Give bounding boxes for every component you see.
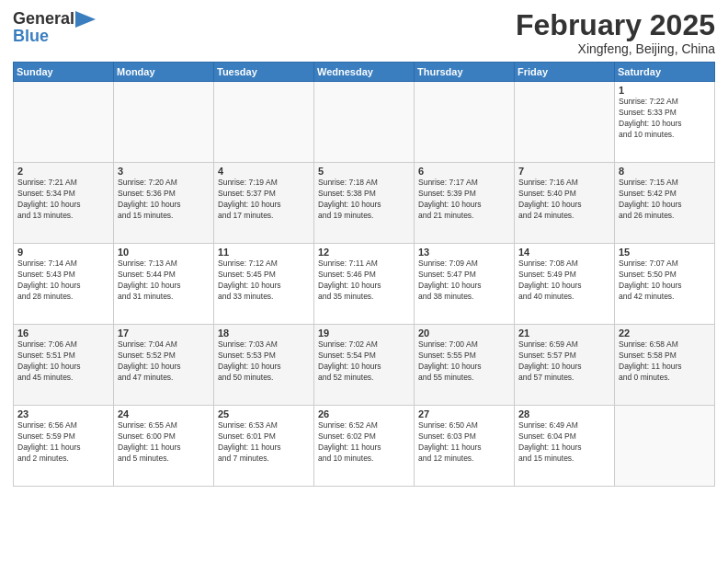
calendar-cell: 24Sunrise: 6:55 AM Sunset: 6:00 PM Dayli… <box>114 406 214 487</box>
day-info: Sunrise: 7:14 AM Sunset: 5:43 PM Dayligh… <box>17 259 109 303</box>
calendar-cell: 23Sunrise: 6:56 AM Sunset: 5:59 PM Dayli… <box>14 406 114 487</box>
calendar-cell: 11Sunrise: 7:12 AM Sunset: 5:45 PM Dayli… <box>214 244 314 325</box>
day-info: Sunrise: 7:19 AM Sunset: 5:37 PM Dayligh… <box>218 178 310 222</box>
calendar-cell: 28Sunrise: 6:49 AM Sunset: 6:04 PM Dayli… <box>515 406 615 487</box>
day-number: 27 <box>418 408 510 419</box>
header-sunday: Sunday <box>14 63 114 82</box>
day-info: Sunrise: 7:21 AM Sunset: 5:34 PM Dayligh… <box>17 178 109 222</box>
day-number: 12 <box>318 247 410 258</box>
calendar-cell: 13Sunrise: 7:09 AM Sunset: 5:47 PM Dayli… <box>415 244 515 325</box>
day-info: Sunrise: 7:06 AM Sunset: 5:51 PM Dayligh… <box>17 339 109 384</box>
weekday-header-row: Sunday Monday Tuesday Wednesday Thursday… <box>14 63 715 82</box>
day-number: 23 <box>17 408 109 419</box>
calendar-cell: 14Sunrise: 7:08 AM Sunset: 5:49 PM Dayli… <box>515 244 615 325</box>
week-row-3: 9Sunrise: 7:14 AM Sunset: 5:43 PM Daylig… <box>14 244 715 325</box>
calendar-cell <box>415 82 515 163</box>
calendar-cell <box>515 82 615 163</box>
day-number: 16 <box>17 327 109 339</box>
month-title: February 2025 <box>516 9 715 41</box>
day-info: Sunrise: 7:03 AM Sunset: 5:53 PM Dayligh… <box>218 339 310 384</box>
day-number: 13 <box>418 247 510 258</box>
day-info: Sunrise: 6:49 AM Sunset: 6:04 PM Dayligh… <box>518 420 610 465</box>
header-friday: Friday <box>515 63 615 82</box>
header-saturday: Saturday <box>615 63 715 82</box>
day-info: Sunrise: 7:18 AM Sunset: 5:38 PM Dayligh… <box>318 178 410 222</box>
day-number: 5 <box>318 166 410 177</box>
header-wednesday: Wednesday <box>314 63 415 82</box>
day-info: Sunrise: 7:22 AM Sunset: 5:33 PM Dayligh… <box>619 97 711 141</box>
day-number: 11 <box>218 247 310 258</box>
day-number: 8 <box>619 166 711 177</box>
day-number: 17 <box>118 327 210 339</box>
day-number: 2 <box>17 166 109 177</box>
header-monday: Monday <box>114 63 214 82</box>
day-info: Sunrise: 6:56 AM Sunset: 5:59 PM Dayligh… <box>17 420 109 465</box>
calendar-cell: 8Sunrise: 7:15 AM Sunset: 5:42 PM Daylig… <box>615 163 715 244</box>
day-number: 14 <box>518 247 610 258</box>
week-row-4: 16Sunrise: 7:06 AM Sunset: 5:51 PM Dayli… <box>14 325 715 406</box>
day-info: Sunrise: 7:16 AM Sunset: 5:40 PM Dayligh… <box>518 178 610 222</box>
day-info: Sunrise: 7:04 AM Sunset: 5:52 PM Dayligh… <box>118 339 210 384</box>
calendar-cell: 10Sunrise: 7:13 AM Sunset: 5:44 PM Dayli… <box>114 244 214 325</box>
calendar-cell: 2Sunrise: 7:21 AM Sunset: 5:34 PM Daylig… <box>14 163 114 244</box>
day-number: 4 <box>218 166 310 177</box>
day-number: 25 <box>218 408 310 419</box>
header-thursday: Thursday <box>415 63 515 82</box>
day-info: Sunrise: 7:02 AM Sunset: 5:54 PM Dayligh… <box>318 339 410 384</box>
day-number: 1 <box>619 85 711 96</box>
calendar-cell: 25Sunrise: 6:53 AM Sunset: 6:01 PM Dayli… <box>214 406 314 487</box>
calendar-cell: 7Sunrise: 7:16 AM Sunset: 5:40 PM Daylig… <box>515 163 615 244</box>
logo: General Blue <box>13 9 96 46</box>
day-number: 24 <box>118 408 210 419</box>
calendar-cell <box>615 406 715 487</box>
day-number: 18 <box>218 327 310 339</box>
day-info: Sunrise: 7:15 AM Sunset: 5:42 PM Dayligh… <box>619 178 711 222</box>
logo-arrow-icon <box>75 11 96 28</box>
calendar-cell: 21Sunrise: 6:59 AM Sunset: 5:57 PM Dayli… <box>515 325 615 406</box>
day-number: 20 <box>418 327 510 339</box>
header: General Blue February 2025 Xingfeng, Bei… <box>13 9 715 56</box>
calendar-cell: 9Sunrise: 7:14 AM Sunset: 5:43 PM Daylig… <box>14 244 114 325</box>
calendar-cell: 12Sunrise: 7:11 AM Sunset: 5:46 PM Dayli… <box>314 244 415 325</box>
day-info: Sunrise: 7:11 AM Sunset: 5:46 PM Dayligh… <box>318 259 410 303</box>
day-info: Sunrise: 6:50 AM Sunset: 6:03 PM Dayligh… <box>418 420 510 465</box>
day-info: Sunrise: 7:08 AM Sunset: 5:49 PM Dayligh… <box>518 259 610 303</box>
day-info: Sunrise: 7:12 AM Sunset: 5:45 PM Dayligh… <box>218 259 310 303</box>
day-number: 22 <box>619 327 711 339</box>
day-number: 21 <box>518 327 610 339</box>
calendar-cell <box>314 82 415 163</box>
title-block: February 2025 Xingfeng, Beijing, China <box>516 9 715 56</box>
day-info: Sunrise: 7:17 AM Sunset: 5:39 PM Dayligh… <box>418 178 510 222</box>
logo-blue: Blue <box>13 27 49 46</box>
calendar-cell: 17Sunrise: 7:04 AM Sunset: 5:52 PM Dayli… <box>114 325 214 406</box>
day-info: Sunrise: 7:07 AM Sunset: 5:50 PM Dayligh… <box>619 259 711 303</box>
calendar-table: Sunday Monday Tuesday Wednesday Thursday… <box>13 62 715 487</box>
day-number: 3 <box>118 166 210 177</box>
day-number: 15 <box>619 247 711 258</box>
day-info: Sunrise: 6:52 AM Sunset: 6:02 PM Dayligh… <box>318 420 410 465</box>
day-info: Sunrise: 7:20 AM Sunset: 5:36 PM Dayligh… <box>118 178 210 222</box>
calendar-cell: 6Sunrise: 7:17 AM Sunset: 5:39 PM Daylig… <box>415 163 515 244</box>
day-number: 10 <box>118 247 210 258</box>
day-info: Sunrise: 6:55 AM Sunset: 6:00 PM Dayligh… <box>118 420 210 465</box>
day-info: Sunrise: 7:13 AM Sunset: 5:44 PM Dayligh… <box>118 259 210 303</box>
logo-general: General <box>13 9 74 29</box>
week-row-1: 1Sunrise: 7:22 AM Sunset: 5:33 PM Daylig… <box>14 82 715 163</box>
day-info: Sunrise: 6:59 AM Sunset: 5:57 PM Dayligh… <box>518 339 610 384</box>
location: Xingfeng, Beijing, China <box>516 41 715 56</box>
week-row-2: 2Sunrise: 7:21 AM Sunset: 5:34 PM Daylig… <box>14 163 715 244</box>
calendar-cell: 22Sunrise: 6:58 AM Sunset: 5:58 PM Dayli… <box>615 325 715 406</box>
calendar-cell: 27Sunrise: 6:50 AM Sunset: 6:03 PM Dayli… <box>415 406 515 487</box>
week-row-5: 23Sunrise: 6:56 AM Sunset: 5:59 PM Dayli… <box>14 406 715 487</box>
calendar-cell <box>214 82 314 163</box>
calendar-cell: 19Sunrise: 7:02 AM Sunset: 5:54 PM Dayli… <box>314 325 415 406</box>
day-info: Sunrise: 6:58 AM Sunset: 5:58 PM Dayligh… <box>619 339 711 384</box>
day-number: 19 <box>318 327 410 339</box>
calendar-cell: 1Sunrise: 7:22 AM Sunset: 5:33 PM Daylig… <box>615 82 715 163</box>
calendar-cell: 16Sunrise: 7:06 AM Sunset: 5:51 PM Dayli… <box>14 325 114 406</box>
day-number: 6 <box>418 166 510 177</box>
day-info: Sunrise: 7:00 AM Sunset: 5:55 PM Dayligh… <box>418 339 510 384</box>
calendar-cell <box>114 82 214 163</box>
day-number: 28 <box>518 408 610 419</box>
day-number: 7 <box>518 166 610 177</box>
